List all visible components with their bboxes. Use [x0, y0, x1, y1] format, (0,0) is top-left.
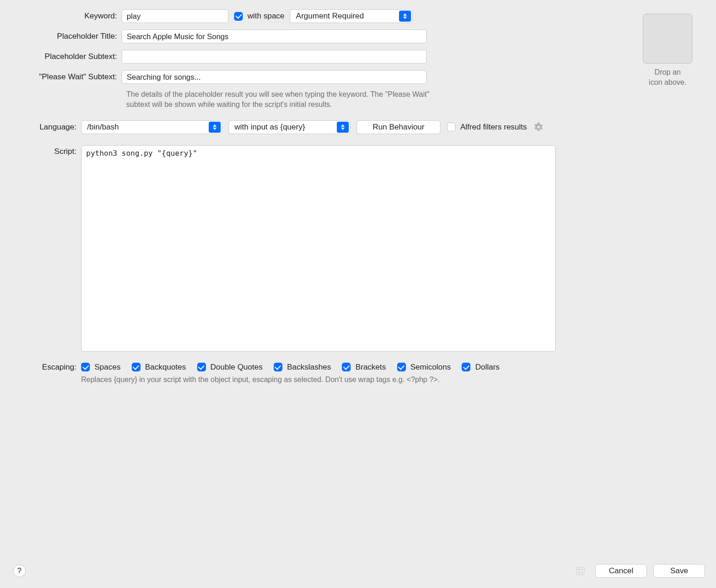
language-value: /bin/bash [87, 123, 119, 132]
script-label: Script: [11, 145, 81, 156]
escaping-semicolons-checkbox[interactable] [397, 363, 406, 371]
keyword-label: Keyword: [11, 12, 122, 21]
input-mode-select[interactable]: with input as {query} [229, 120, 350, 134]
escaping-double_quotes-checkbox[interactable] [197, 363, 206, 371]
please-wait-label: "Please Wait" Subtext: [11, 72, 122, 82]
icon-drop-well[interactable] [643, 14, 693, 64]
please-wait-input[interactable] [122, 70, 427, 84]
escaping-help-text: Replaces {query} in your script with the… [81, 376, 705, 384]
placeholder-help-text: The details of the placeholder result yo… [126, 89, 430, 110]
placeholder-title-label: Placeholder Title: [11, 32, 122, 41]
escaping-label: Escaping: [11, 363, 81, 372]
argument-mode-value: Argument Required [296, 12, 364, 21]
placeholder-subtext-input[interactable] [122, 50, 427, 64]
escaping-spaces-label: Spaces [94, 363, 121, 372]
svg-point-2 [581, 569, 583, 570]
placeholder-subtext-label: Placeholder Subtext: [11, 52, 122, 61]
escaping-backslashes-checkbox[interactable] [274, 363, 282, 371]
chevron-updown-icon [399, 11, 411, 22]
gear-icon[interactable] [534, 122, 544, 132]
svg-point-1 [579, 569, 580, 570]
language-label: Language: [11, 123, 81, 132]
alfred-filters-checkbox[interactable] [447, 123, 456, 131]
svg-point-3 [579, 572, 580, 573]
debug-grid-icon[interactable] [574, 564, 587, 577]
with-space-checkbox[interactable] [234, 12, 243, 21]
placeholder-title-input[interactable] [122, 29, 427, 43]
input-mode-value: with input as {query} [235, 123, 305, 132]
escaping-backslashes-label: Backslashes [287, 363, 331, 372]
cancel-button[interactable]: Cancel [595, 564, 647, 578]
alfred-filters-label: Alfred filters results [460, 123, 527, 132]
run-behaviour-button[interactable]: Run Behaviour [357, 120, 440, 134]
svg-point-4 [581, 572, 583, 573]
icon-drop-caption: Drop anicon above. [633, 67, 702, 87]
save-button[interactable]: Save [653, 564, 705, 578]
argument-mode-select[interactable]: Argument Required [290, 9, 412, 23]
escaping-semicolons-label: Semicolons [411, 363, 451, 372]
escaping-brackets-checkbox[interactable] [342, 363, 351, 371]
escaping-dollars-label: Dollars [475, 363, 499, 372]
keyword-input[interactable] [122, 9, 229, 23]
escaping-spaces-checkbox[interactable] [81, 363, 90, 371]
chevron-updown-icon [209, 122, 221, 133]
escaping-backquotes-checkbox[interactable] [132, 363, 141, 371]
script-textarea[interactable] [81, 145, 556, 352]
with-space-label: with space [247, 12, 284, 21]
chevron-updown-icon [337, 122, 349, 133]
escaping-double_quotes-label: Double Quotes [211, 363, 263, 372]
language-select[interactable]: /bin/bash [81, 120, 222, 134]
help-button[interactable]: ? [13, 564, 26, 577]
escaping-dollars-checkbox[interactable] [462, 363, 470, 371]
svg-rect-0 [577, 567, 585, 575]
escaping-brackets-label: Brackets [355, 363, 386, 372]
escaping-backquotes-label: Backquotes [145, 363, 186, 372]
